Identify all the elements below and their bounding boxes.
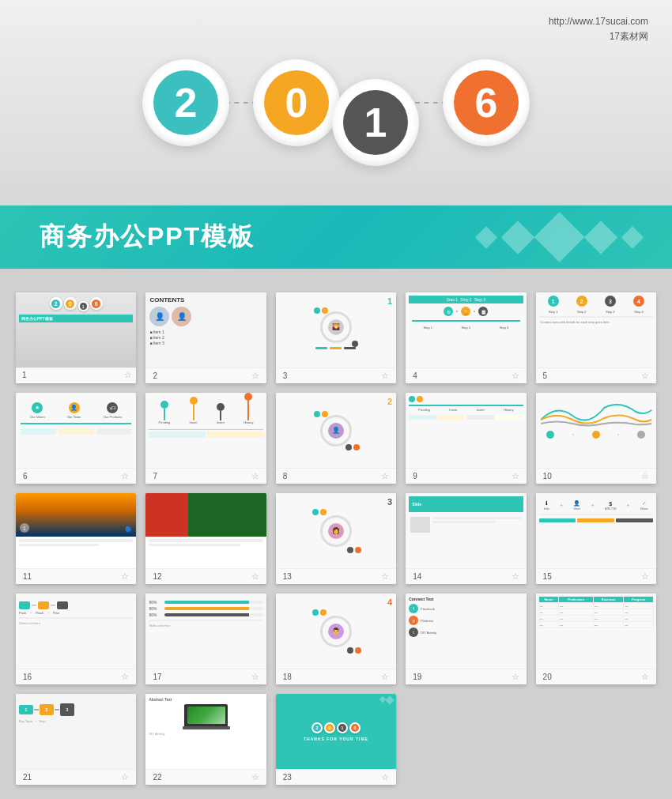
slide-14[interactable]: Slide 14 ☆ [406,493,526,584]
digit-6-inner: 6 [454,70,519,135]
diamond-small-2 [621,226,644,248]
slide-9-footer: 9 ☆ [406,468,526,484]
slide-19-number: 19 [410,672,425,682]
slides-grid: 2 0 1 6 商务办公PPT模板 [16,292,656,785]
slide-22[interactable]: Abstract Text DIY Activity 22 ☆ [145,694,266,785]
slide-11-number: 11 [20,571,35,582]
slide-10-footer: 10 ☆ [536,468,656,484]
slide-20[interactable]: Name Profession Business Progress ------… [536,594,656,684]
slide-12[interactable]: 12 ☆ [145,493,266,584]
slide-19-star: ☆ [508,671,523,683]
slide-2-number: 2 [149,371,160,381]
slide-6-number: 6 [20,471,31,481]
slide-4-footer: 4 ☆ [406,367,526,383]
slides-section: 2 0 1 6 商务办公PPT模板 [0,269,672,799]
slide-13-number: 13 [280,571,295,582]
slide-19-footer: 19 ☆ [406,669,526,684]
slide-4-thumb: Step 1 Step 2 Step 3 ⚙ 🏆 📋 Step 1Step 2S… [406,292,526,367]
connector-2 [415,102,447,104]
diamond-large [534,212,585,262]
slide-19[interactable]: Connect Text f Facebook p Pinterest t DI… [406,594,526,684]
slide-6-thumb: ★ Our Vision 👤 Our Team 🏷 Our Products [16,393,136,468]
slide-11-star: ☆ [118,571,132,582]
slide-7-thumb: Pending Insert Insert [145,393,266,468]
slide-3-star: ☆ [378,370,392,382]
slide-20-thumb: Name Profession Business Progress ------… [536,594,656,669]
slide-1-thumb: 2 0 1 6 商务办公PPT模板 [16,292,136,367]
slide-9-number: 9 [410,471,421,481]
slide-23-footer: 23 ☆ [276,769,396,785]
year-display: 2 0 1 6 [0,24,672,166]
slide-10-star: ☆ [638,470,652,482]
slide-11[interactable]: 1 🔵 11 ☆ [16,493,136,584]
slide-4[interactable]: Step 1 Step 2 Step 3 ⚙ 🏆 📋 Step 1Step 2S… [406,292,526,383]
slide-1-star: ☆ [124,370,132,380]
slide-2-star: ☆ [248,370,262,382]
slide-18-number: 18 [280,672,295,682]
slide-16-star: ☆ [118,671,132,683]
slide-21[interactable]: 1 2 3 Buy Topic→Step [16,694,136,785]
slide-16[interactable]: Push→Flash→Plan Detail text here 16 ☆ [16,594,136,684]
slide-16-thumb: Push→Flash→Plan Detail text here [16,594,136,669]
slide-3-footer: 3 ☆ [276,367,396,383]
slide-23-number: 23 [280,772,295,782]
slide-5[interactable]: 1 2 3 4 Step 1Step 2Step 3Step 4 Content… [536,292,656,383]
slide-11-thumb: 1 🔵 [16,493,136,568]
slide-10[interactable]: 10 ☆ [536,393,656,484]
slide-16-footer: 16 ☆ [16,669,136,684]
digit-1-inner: 1 [343,90,408,155]
slide-9-thumb: PendingInsertInsertHistory [406,393,526,468]
digit-6: 6 [443,59,530,146]
slide-18-star: ☆ [378,671,392,683]
diamond-med [501,220,534,254]
diamond-med-2 [584,220,617,254]
slide-23[interactable]: 2 0 1 6 THANKS FOR YOUR TIME [276,694,396,785]
slide-4-number: 4 [410,371,421,381]
slide-21-number: 21 [20,772,35,782]
digit-2-inner: 2 [153,70,218,135]
slide-8-number: 8 [280,471,291,481]
slide-5-footer: 5 ☆ [536,367,656,383]
slide-12-star: ☆ [248,571,262,582]
slide-12-thumb [145,493,266,568]
slide-17-star: ☆ [248,671,262,683]
slide-15[interactable]: ℹ Info + 👤 User + $ $78,719 [536,493,656,584]
slide-3[interactable]: 1 🌄 [276,292,396,383]
slide-14-thumb: Slide [406,493,526,568]
slide-18[interactable]: 4 👨 [276,594,396,684]
slide-17[interactable]: 86% 86% 86% [145,594,266,684]
digit-0-inner: 0 [264,70,329,135]
slide-7-star: ☆ [248,470,262,482]
slide-5-star: ☆ [638,370,652,382]
slide-4-star: ☆ [508,370,523,382]
slide-8-star: ☆ [378,470,392,482]
digit-2: 2 [142,59,229,146]
slide-9-star: ☆ [508,470,523,482]
slide-15-number: 15 [540,571,555,582]
slide-23-star: ☆ [378,771,392,783]
slide-17-thumb: 86% 86% 86% [145,594,266,669]
slide-2-footer: 2 ☆ [145,367,266,383]
digit-1: 1 [332,79,419,166]
slide-2-thumb: CONTENTS 👤 👤 ■ Item 1 ■ Item 2 ■ Item 3 [145,292,266,367]
slide-22-star: ☆ [248,771,262,783]
slide-9[interactable]: PendingInsertInsertHistory 9 ☆ [406,393,526,484]
slide-6[interactable]: ★ Our Vision 👤 Our Team 🏷 Our Products [16,393,136,484]
slide-15-star: ☆ [638,571,652,582]
slide-13-star: ☆ [378,571,392,582]
slide-13[interactable]: 3 👩 [276,493,396,584]
slide-21-footer: 21 ☆ [16,769,136,785]
slide-16-number: 16 [20,672,35,682]
slide-8[interactable]: 2 👤 [276,393,396,484]
slide-20-number: 20 [540,672,555,682]
slide-17-number: 17 [149,672,164,682]
slide-8-footer: 8 ☆ [276,468,396,484]
connector-1 [225,102,257,104]
slide-18-thumb: 4 👨 [276,594,396,669]
slide-8-thumb: 2 👤 [276,393,396,468]
slide-1-footer: 1 ☆ [16,367,136,382]
slide-19-thumb: Connect Text f Facebook p Pinterest t DI… [406,594,526,669]
slide-7[interactable]: Pending Insert Insert [145,393,266,484]
slide-1[interactable]: 2 0 1 6 商务办公PPT模板 [16,292,136,383]
slide-2[interactable]: CONTENTS 👤 👤 ■ Item 1 ■ Item 2 ■ Item 3 … [145,292,266,383]
